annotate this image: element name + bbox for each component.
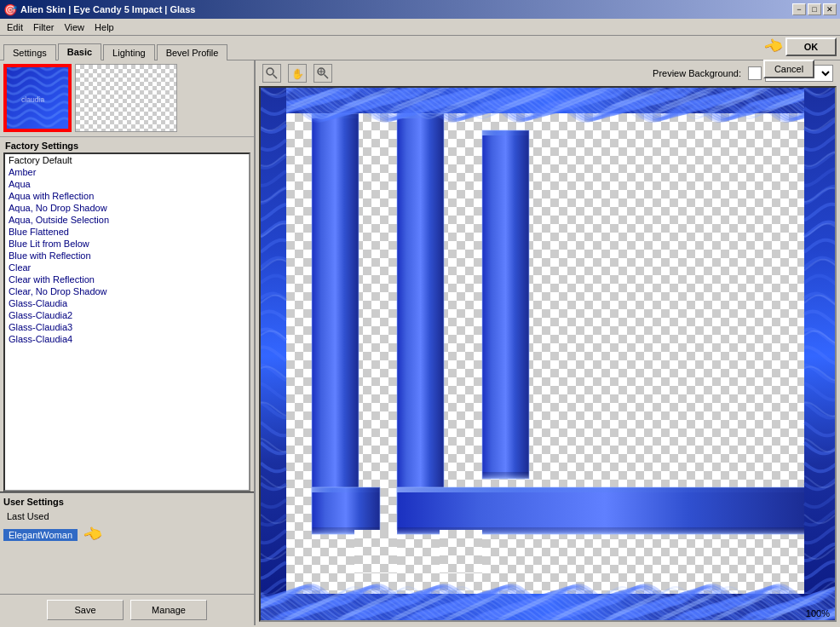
- preset-item-blue-flat[interactable]: Blue Flattened: [5, 226, 249, 238]
- menu-help[interactable]: Help: [89, 20, 119, 34]
- preset-item-clear[interactable]: Clear: [5, 262, 249, 273]
- right-toolbar: ✋ Preview Background: None White Black: [256, 60, 840, 86]
- preset-item-aqua-no-drop[interactable]: Aqua, No Drop Shadow: [5, 202, 249, 214]
- preset-item-aqua[interactable]: Aqua: [5, 178, 249, 190]
- user-settings-section: User Settings Last Used ElegantWoman 👈: [0, 492, 254, 594]
- factory-settings-header: Factory Settings: [0, 137, 254, 152]
- ok-button[interactable]: OK: [785, 37, 837, 56]
- main-area: Factory Settings Factory Default Amber A…: [0, 60, 840, 625]
- tab-basic[interactable]: Basic: [58, 43, 101, 60]
- preset-item-clear-no-drop[interactable]: Clear, No Drop Shadow: [5, 285, 249, 297]
- zoom-tool-icon[interactable]: [262, 64, 281, 83]
- left-panel: Factory Settings Factory Default Amber A…: [0, 60, 256, 625]
- tab-settings[interactable]: Settings: [3, 44, 56, 60]
- preview-area: 100%: [259, 86, 837, 622]
- svg-line-4: [325, 75, 329, 79]
- user-settings-header: User Settings: [3, 497, 250, 507]
- restore-button[interactable]: □: [808, 3, 821, 15]
- preset-list[interactable]: Factory Default Amber Aqua Aqua with Ref…: [3, 152, 250, 492]
- svg-line-1: [273, 75, 278, 79]
- menu-view[interactable]: View: [59, 20, 89, 34]
- preset-item-glass-claudia[interactable]: Glass-Claudia: [5, 297, 249, 309]
- right-panel: 👈 OK Cancel ✋: [256, 60, 840, 625]
- menu-filter[interactable]: Filter: [28, 20, 59, 34]
- preset-item-blue-lit[interactable]: Blue Lit from Below: [5, 238, 249, 250]
- pan-tool-icon[interactable]: ✋: [288, 64, 307, 83]
- bg-color-swatch: [748, 66, 762, 80]
- tabs-row: Settings Basic Lighting Bevel Profile: [0, 36, 840, 60]
- close-button[interactable]: ✕: [823, 3, 837, 15]
- title-bar-buttons: − □ ✕: [792, 3, 837, 15]
- preset-item-glass-claudia4[interactable]: Glass-Claudia4: [5, 333, 249, 345]
- menu-edit[interactable]: Edit: [2, 20, 28, 34]
- hand-annotation-ok: 👈: [761, 35, 785, 59]
- zoom-level: 100%: [806, 608, 830, 618]
- menu-bar: Edit Filter View Help: [0, 19, 840, 36]
- title-bar: 🎯 Alien Skin | Eye Candy 5 Impact | Glas…: [0, 0, 840, 19]
- preview-thumbnail-2: [75, 64, 177, 132]
- manage-button[interactable]: Manage: [130, 600, 207, 620]
- save-button[interactable]: Save: [47, 600, 124, 620]
- magnify-tool-icon[interactable]: [314, 64, 332, 83]
- bottom-buttons: Save Manage: [0, 594, 254, 625]
- ok-cancel-area: 👈 OK Cancel: [763, 37, 837, 78]
- preset-item-clear-reflect[interactable]: Clear with Reflection: [5, 273, 249, 285]
- preview-bg-label: Preview Background:: [653, 68, 741, 78]
- elegant-woman-item[interactable]: ElegantWoman: [3, 529, 78, 541]
- preset-item-aqua-reflection[interactable]: Aqua with Reflection: [5, 190, 249, 202]
- cancel-button[interactable]: Cancel: [763, 60, 814, 78]
- preset-item-aqua-outside[interactable]: Aqua, Outside Selection: [5, 214, 249, 226]
- preset-item-blue-reflect[interactable]: Blue with Reflection: [5, 250, 249, 262]
- window-title: Alien Skin | Eye Candy 5 Impact | Glass: [20, 4, 195, 14]
- preset-item-amber[interactable]: Amber: [5, 166, 249, 178]
- main-preview-canvas: [261, 88, 837, 622]
- tab-bevel-profile[interactable]: Bevel Profile: [157, 44, 228, 60]
- preset-item-glass-claudia3[interactable]: Glass-Claudia3: [5, 321, 249, 333]
- preset-section: Factory Settings Factory Default Amber A…: [0, 137, 254, 492]
- preview-thumbnail-1: [3, 64, 72, 132]
- preview-thumb-row: [0, 60, 254, 137]
- tab-lighting[interactable]: Lighting: [103, 44, 155, 60]
- preset-item-glass-claudia2[interactable]: Glass-Claudia2: [5, 309, 249, 321]
- svg-point-0: [267, 68, 273, 75]
- svg-text:✋: ✋: [291, 67, 304, 80]
- hand-annotation-left: 👈: [80, 523, 104, 547]
- last-used-item[interactable]: Last Used: [3, 510, 250, 522]
- minimize-button[interactable]: −: [792, 3, 806, 15]
- preset-item-factory-default[interactable]: Factory Default: [5, 154, 249, 166]
